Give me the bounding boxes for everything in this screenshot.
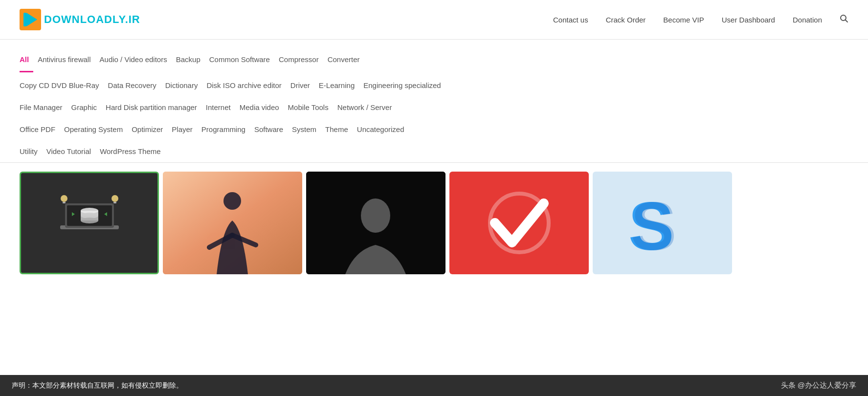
- cards-section: S S: [0, 163, 868, 274]
- main-nav: Contact us Crack Order Become VIP User D…: [553, 14, 848, 25]
- category-row-1: All Antivirus firewall Audio / Video edi…: [20, 53, 848, 72]
- cat-mobile-tools[interactable]: Mobile Tools: [288, 101, 337, 113]
- cat-disk-iso[interactable]: Disk ISO archive editor: [206, 79, 290, 91]
- svg-point-17: [111, 195, 118, 202]
- cat-data-recovery[interactable]: Data Recovery: [108, 79, 165, 91]
- svg-point-15: [61, 195, 67, 202]
- cat-uncategorized[interactable]: Uncategorized: [357, 123, 413, 135]
- cat-driver[interactable]: Driver: [290, 79, 319, 91]
- card-5[interactable]: S S: [593, 172, 732, 274]
- svg-rect-2: [23, 13, 26, 26]
- cat-audio-video[interactable]: Audio / Video editors: [100, 53, 176, 66]
- category-row-4: Office PDF Operating System Optimizer Pl…: [20, 118, 848, 140]
- cat-file-manager[interactable]: File Manager: [20, 101, 71, 113]
- cat-optimizer[interactable]: Optimizer: [132, 123, 172, 135]
- logo-icon: [20, 9, 41, 30]
- cat-all[interactable]: All: [20, 53, 38, 66]
- cat-video-tutorial[interactable]: Video Tutorial: [46, 145, 100, 157]
- card-5-image: S S: [614, 174, 712, 272]
- svg-point-12: [81, 218, 98, 223]
- svg-text:S: S: [631, 188, 676, 264]
- cat-elearning[interactable]: E-Learning: [319, 79, 363, 91]
- card-3[interactable]: [306, 172, 445, 274]
- nav-dashboard[interactable]: User Dashboard: [722, 16, 775, 24]
- category-nav: All Antivirus firewall Audio / Video edi…: [0, 40, 868, 163]
- cat-operating-system[interactable]: Operating System: [64, 123, 132, 135]
- search-icon[interactable]: [840, 14, 848, 25]
- nav-crack[interactable]: Crack Order: [606, 16, 646, 24]
- card-1-image: [50, 184, 129, 262]
- cat-wordpress-theme[interactable]: WordPress Theme: [100, 145, 170, 157]
- card-4-image: [475, 179, 563, 267]
- card-3-image: [306, 172, 445, 274]
- svg-rect-16: [63, 202, 66, 203]
- cat-copy-cd[interactable]: Copy CD DVD Blue-Ray: [20, 79, 108, 91]
- cat-hard-disk[interactable]: Hard Disk partition manager: [106, 101, 206, 113]
- cat-media-video[interactable]: Media video: [240, 101, 288, 113]
- nav-donation[interactable]: Donation: [793, 16, 822, 24]
- cat-internet[interactable]: Internet: [206, 101, 240, 113]
- card-2-image: [163, 172, 302, 274]
- card-1[interactable]: [20, 172, 159, 274]
- category-row-3: File Manager Graphic Hard Disk partition…: [20, 96, 848, 118]
- logo-text: DOWNLOADLY.IR: [44, 13, 140, 26]
- cat-backup[interactable]: Backup: [176, 53, 209, 66]
- cat-converter[interactable]: Converter: [328, 53, 369, 66]
- cat-common[interactable]: Common Software: [209, 53, 279, 66]
- cat-software[interactable]: Software: [254, 123, 292, 135]
- nav-contact[interactable]: Contact us: [553, 16, 588, 24]
- category-row-2: Copy CD DVD Blue-Ray Data Recovery Dicti…: [20, 72, 848, 96]
- cat-antivirus[interactable]: Antivirus firewall: [38, 53, 99, 66]
- card-4[interactable]: [449, 172, 589, 274]
- category-row-5: Utility Video Tutorial WordPress Theme: [20, 140, 848, 162]
- cat-graphic[interactable]: Graphic: [71, 101, 106, 113]
- cat-programming[interactable]: Programming: [201, 123, 254, 135]
- cat-network-server[interactable]: Network / Server: [337, 101, 401, 113]
- cat-compressor[interactable]: Compressor: [279, 53, 328, 66]
- nav-vip[interactable]: Become VIP: [663, 16, 704, 24]
- svg-line-4: [846, 20, 848, 22]
- card-2[interactable]: [163, 172, 302, 274]
- cat-office-pdf[interactable]: Office PDF: [20, 123, 64, 135]
- cat-dictionary[interactable]: Dictionary: [165, 79, 207, 91]
- svg-rect-18: [113, 202, 116, 203]
- cat-utility[interactable]: Utility: [20, 145, 46, 157]
- cat-theme[interactable]: Theme: [325, 123, 357, 135]
- cat-player[interactable]: Player: [172, 123, 201, 135]
- site-header: DOWNLOADLY.IR Contact us Crack Order Bec…: [0, 0, 868, 40]
- cat-system[interactable]: System: [292, 123, 325, 135]
- svg-point-24: [361, 198, 390, 233]
- svg-point-20: [223, 192, 241, 210]
- cat-engineering[interactable]: Engineering specialized: [363, 79, 449, 91]
- logo[interactable]: DOWNLOADLY.IR: [20, 9, 140, 30]
